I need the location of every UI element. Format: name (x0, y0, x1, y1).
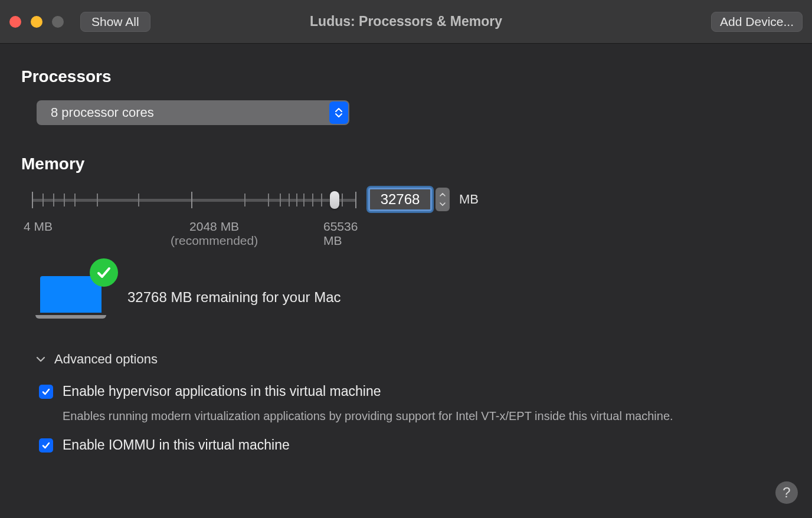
minimize-window-button[interactable] (31, 16, 42, 28)
hypervisor-option: Enable hypervisor applications in this v… (39, 383, 791, 399)
stepper-up-icon (440, 193, 446, 197)
advanced-options-label: Advanced options (54, 352, 158, 367)
memory-remaining-text: 32768 MB remaining for your Mac (127, 289, 341, 306)
memory-slider[interactable] (32, 188, 356, 211)
add-device-button[interactable]: Add Device... (711, 12, 803, 32)
memory-input-group: MB (368, 188, 479, 211)
zoom-window-button[interactable] (52, 16, 64, 28)
chevron-down-icon (35, 354, 46, 365)
processor-cores-dropdown[interactable]: 8 processor cores (37, 100, 349, 125)
memory-slider-row: MB (32, 188, 791, 211)
show-all-button[interactable]: Show All (80, 12, 150, 32)
memory-heading: Memory (21, 155, 791, 173)
memory-min-label: 4 MB (24, 219, 53, 234)
titlebar: Show All Ludus: Processors & Memory Add … (0, 0, 812, 44)
hypervisor-checkbox[interactable] (39, 385, 53, 399)
iommu-checkbox[interactable] (39, 438, 53, 453)
memory-remaining-row: 32768 MB remaining for your Mac (35, 276, 791, 319)
memory-stepper[interactable] (436, 188, 450, 211)
close-window-button[interactable] (9, 16, 21, 28)
memory-slider-thumb[interactable] (330, 191, 339, 209)
memory-unit-label: MB (459, 192, 479, 207)
hypervisor-label: Enable hypervisor applications in this v… (63, 383, 381, 399)
help-button[interactable]: ? (775, 481, 798, 504)
processor-cores-value: 8 processor cores (37, 105, 154, 120)
dropdown-arrows-icon (329, 101, 348, 124)
traffic-lights (9, 16, 64, 28)
processors-heading: Processors (21, 67, 791, 86)
memory-recommended-label: 2048 MB (recommended) (171, 219, 258, 248)
iommu-option: Enable IOMMU in this virtual machine (39, 437, 791, 453)
memory-section: Memory (21, 155, 791, 453)
advanced-options-toggle[interactable]: Advanced options (35, 352, 791, 367)
window-title: Ludus: Processors & Memory (310, 14, 502, 29)
mac-icon (35, 276, 106, 319)
iommu-label: Enable IOMMU in this virtual machine (63, 437, 290, 453)
check-icon (41, 387, 51, 396)
check-icon (41, 441, 51, 450)
memory-value-input[interactable] (368, 188, 432, 211)
hypervisor-description: Enables running modern virtualization ap… (63, 408, 700, 424)
content: Processors 8 processor cores Memory (0, 44, 812, 477)
checkmark-icon (90, 258, 118, 287)
stepper-down-icon (440, 202, 446, 206)
memory-max-label: 65536 MB (323, 219, 358, 248)
